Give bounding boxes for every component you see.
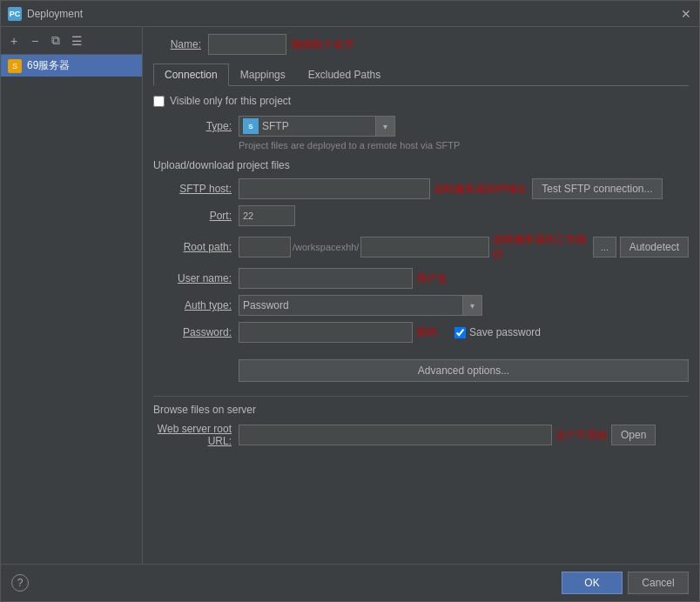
tab-mappings[interactable]: Mappings (229, 64, 297, 85)
auth-type-arrow[interactable]: ▾ (462, 296, 481, 315)
save-password-row: Save password (454, 326, 541, 338)
server-name: 69服务器 (27, 58, 70, 73)
username-hint: 用户名 (416, 271, 448, 286)
sidebar: + − ⧉ ☰ S 69服务器 (1, 27, 143, 564)
test-sftp-button[interactable]: Test SFTP connection... (532, 178, 662, 199)
bottom-bar: ? OK Cancel (1, 564, 699, 601)
username-input[interactable] (239, 268, 413, 289)
visible-checkbox[interactable] (153, 96, 165, 107)
close-button[interactable]: ✕ (680, 8, 692, 20)
sftp-host-label: SFTP host: (153, 183, 232, 195)
port-input[interactable] (239, 205, 295, 226)
ok-button[interactable]: OK (562, 572, 623, 594)
type-select[interactable]: S SFTP ▾ (239, 116, 395, 137)
tab-excluded-paths[interactable]: Excluded Paths (297, 64, 392, 85)
sidebar-toolbar: + − ⧉ ☰ (1, 27, 142, 55)
type-value: SFTP (262, 120, 375, 132)
dialog-buttons: OK Cancel (562, 572, 689, 594)
help-button[interactable]: ? (11, 574, 29, 592)
root-path-row: Root path: /workspacexhh/ 远程服务器的工作路径 ...… (153, 232, 689, 262)
password-inputs: 密码 (239, 322, 437, 343)
web-url-input[interactable] (239, 425, 552, 445)
section-divider (153, 396, 689, 397)
autodetect-button[interactable]: Autodetect (620, 237, 689, 258)
web-url-label: Web server root URL: (153, 423, 232, 447)
name-input-row: 随便取个名字 (208, 34, 689, 55)
password-input[interactable] (239, 322, 413, 343)
auth-type-select[interactable]: Password ▾ (239, 295, 482, 316)
password-label: Password: (153, 326, 232, 338)
type-dropdown-arrow[interactable]: ▾ (375, 117, 394, 136)
name-input[interactable] (208, 34, 286, 55)
sftp-icon: S (243, 118, 259, 134)
name-label: Name: (153, 38, 201, 50)
root-path-separator: /workspacexhh/ (291, 242, 360, 252)
password-row: Password: 密码 Save password (153, 322, 689, 343)
root-path-prefix[interactable] (239, 237, 291, 258)
sftp-host-row: SFTP host: 远程服务器的IP地址 Test SFTP connecti… (153, 178, 689, 199)
visible-label: Visible only for this project (170, 95, 291, 107)
deployment-dialog: PC Deployment ✕ + − ⧉ ☰ S 69服务器 Name: (0, 0, 700, 602)
sftp-host-hint: 远程服务器的IP地址 (434, 182, 527, 197)
advanced-options-button[interactable]: Advanced options... (239, 359, 689, 382)
root-path-inputs: /workspacexhh/ 远程服务器的工作路径 ... Autodetect (239, 232, 689, 262)
sftp-host-input[interactable] (239, 178, 430, 199)
add-server-button[interactable]: + (4, 31, 24, 50)
auth-type-label: Auth type: (153, 299, 232, 311)
tab-connection[interactable]: Connection (153, 64, 229, 86)
cancel-button[interactable]: Cancel (628, 572, 689, 594)
root-path-browse-button[interactable]: ... (593, 237, 616, 258)
copy-server-button[interactable]: ⧉ (46, 31, 65, 50)
titlebar: PC Deployment ✕ (1, 1, 699, 27)
auth-type-value: Password (239, 299, 462, 311)
type-row: Type: S SFTP ▾ (153, 116, 689, 137)
server-icon: S (8, 59, 22, 73)
root-path-label: Root path: (153, 241, 232, 253)
name-hint: 随便取个名字 (292, 37, 354, 52)
password-hint: 密码 (416, 325, 437, 340)
type-label: Type: (153, 120, 232, 132)
username-label: User name: (153, 272, 232, 284)
browse-section-title: Browse files on server (153, 404, 689, 416)
upload-section-title: Upload/download project files (153, 159, 689, 171)
main-content: + − ⧉ ☰ S 69服务器 Name: 随便取个名字 (1, 27, 699, 564)
move-server-button[interactable]: ☰ (67, 31, 86, 50)
tab-bar: Connection Mappings Excluded Paths (153, 64, 689, 86)
form-body: Visible only for this project Type: S SF… (153, 95, 689, 557)
remove-server-button[interactable]: − (25, 31, 44, 50)
port-row: Port: (153, 205, 689, 226)
app-icon: PC (8, 7, 22, 21)
username-row: User name: 用户名 (153, 268, 689, 289)
visible-checkbox-row: Visible only for this project (153, 95, 689, 107)
root-path-input[interactable] (360, 237, 489, 258)
name-row: Name: 随便取个名字 (153, 34, 689, 55)
type-hint: Project files are deployed to a remote h… (239, 140, 689, 150)
save-password-checkbox[interactable] (454, 327, 466, 338)
open-button[interactable]: Open (611, 425, 656, 445)
save-password-label: Save password (469, 326, 541, 338)
dialog-title: Deployment (27, 8, 680, 20)
web-url-row: Web server root URL: 这个不用改 Open (153, 423, 689, 447)
web-url-hint: 这个不用改 (555, 428, 608, 443)
server-list-item[interactable]: S 69服务器 (1, 55, 142, 77)
root-path-hint: 远程服务器的工作路径 (493, 232, 591, 262)
port-label: Port: (153, 210, 232, 222)
main-panel: Name: 随便取个名字 Connection Mappings Exclude… (143, 27, 699, 564)
auth-type-row: Auth type: Password ▾ (153, 295, 689, 316)
